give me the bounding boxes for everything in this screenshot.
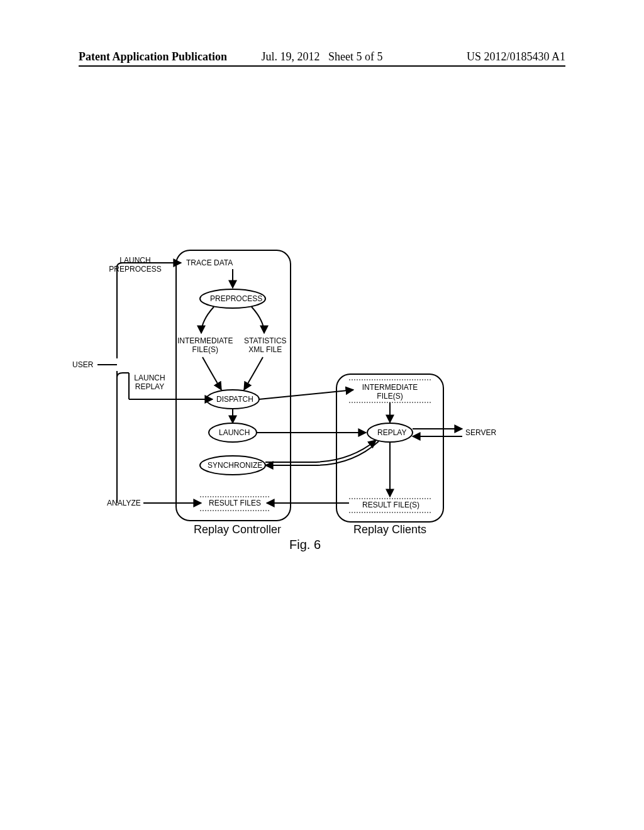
svg-line-11 (259, 390, 353, 399)
controller-launch: LAUNCH (219, 429, 250, 438)
controller-preprocess: PREPROCESS (210, 295, 262, 304)
clients-replay: REPLAY (377, 429, 406, 438)
controller-dispatch: DISPATCH (216, 396, 253, 404)
user-label: USER (72, 361, 93, 370)
controller-trace-data: TRACE DATA (186, 259, 233, 268)
figure-caption: Fig. 6 (289, 538, 321, 552)
controller-synchronize: SYNCHRONIZE (208, 462, 262, 470)
user-action-launch-preprocess: LAUNCH PREPROCESS (104, 257, 167, 274)
user-action-launch-replay: LAUNCH REPLAY (118, 374, 181, 392)
controller-result-files: RESULT FILES (209, 499, 261, 508)
controller-title: Replay Controller (194, 523, 281, 536)
clients-title: Replay Clients (353, 523, 426, 536)
controller-stats-xml: STATISTICS XML FILE (244, 337, 287, 355)
clients-intermediate-files: INTERMEDIATE FILE(S) (362, 384, 418, 401)
server-label: SERVER (465, 429, 496, 438)
svg-rect-5 (176, 250, 291, 521)
user-action-analyze: ANALYZE (107, 499, 141, 508)
diagram-svg (0, 0, 644, 830)
clients-result-files: RESULT FILE(S) (362, 501, 419, 510)
controller-intermediate-files: INTERMEDIATE FILE(S) (177, 337, 233, 355)
